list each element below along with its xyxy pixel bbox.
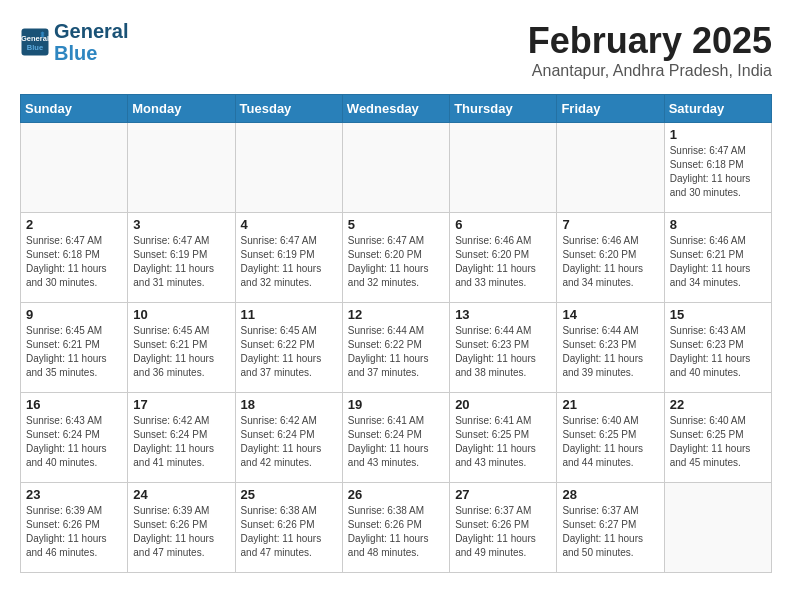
calendar-week-row: 23Sunrise: 6:39 AM Sunset: 6:26 PM Dayli… [21, 483, 772, 573]
logo-line2: Blue [54, 42, 97, 64]
calendar-cell: 26Sunrise: 6:38 AM Sunset: 6:26 PM Dayli… [342, 483, 449, 573]
day-number: 10 [133, 307, 229, 322]
day-info: Sunrise: 6:39 AM Sunset: 6:26 PM Dayligh… [26, 504, 122, 560]
calendar-cell [128, 123, 235, 213]
day-info: Sunrise: 6:39 AM Sunset: 6:26 PM Dayligh… [133, 504, 229, 560]
day-info: Sunrise: 6:41 AM Sunset: 6:25 PM Dayligh… [455, 414, 551, 470]
day-info: Sunrise: 6:44 AM Sunset: 6:22 PM Dayligh… [348, 324, 444, 380]
day-header-friday: Friday [557, 95, 664, 123]
day-number: 15 [670, 307, 766, 322]
calendar-cell: 27Sunrise: 6:37 AM Sunset: 6:26 PM Dayli… [450, 483, 557, 573]
day-number: 25 [241, 487, 337, 502]
logo: General Blue General Blue [20, 20, 128, 64]
day-number: 16 [26, 397, 122, 412]
day-number: 23 [26, 487, 122, 502]
calendar-cell: 23Sunrise: 6:39 AM Sunset: 6:26 PM Dayli… [21, 483, 128, 573]
day-info: Sunrise: 6:47 AM Sunset: 6:19 PM Dayligh… [133, 234, 229, 290]
calendar-cell [21, 123, 128, 213]
calendar-week-row: 2Sunrise: 6:47 AM Sunset: 6:18 PM Daylig… [21, 213, 772, 303]
day-info: Sunrise: 6:43 AM Sunset: 6:24 PM Dayligh… [26, 414, 122, 470]
day-info: Sunrise: 6:42 AM Sunset: 6:24 PM Dayligh… [241, 414, 337, 470]
day-info: Sunrise: 6:47 AM Sunset: 6:19 PM Dayligh… [241, 234, 337, 290]
day-number: 2 [26, 217, 122, 232]
day-header-monday: Monday [128, 95, 235, 123]
calendar-cell: 15Sunrise: 6:43 AM Sunset: 6:23 PM Dayli… [664, 303, 771, 393]
day-header-wednesday: Wednesday [342, 95, 449, 123]
day-number: 22 [670, 397, 766, 412]
day-info: Sunrise: 6:40 AM Sunset: 6:25 PM Dayligh… [562, 414, 658, 470]
calendar-cell: 20Sunrise: 6:41 AM Sunset: 6:25 PM Dayli… [450, 393, 557, 483]
day-number: 21 [562, 397, 658, 412]
page-header: General Blue General Blue February 2025 … [20, 20, 772, 86]
day-number: 28 [562, 487, 658, 502]
day-number: 26 [348, 487, 444, 502]
logo-line1: General [54, 20, 128, 42]
calendar-cell [342, 123, 449, 213]
calendar-cell: 12Sunrise: 6:44 AM Sunset: 6:22 PM Dayli… [342, 303, 449, 393]
day-info: Sunrise: 6:46 AM Sunset: 6:21 PM Dayligh… [670, 234, 766, 290]
calendar-week-row: 9Sunrise: 6:45 AM Sunset: 6:21 PM Daylig… [21, 303, 772, 393]
day-number: 20 [455, 397, 551, 412]
calendar-cell: 11Sunrise: 6:45 AM Sunset: 6:22 PM Dayli… [235, 303, 342, 393]
title-section: February 2025 Anantapur, Andhra Pradesh,… [528, 20, 772, 80]
day-info: Sunrise: 6:45 AM Sunset: 6:22 PM Dayligh… [241, 324, 337, 380]
day-info: Sunrise: 6:41 AM Sunset: 6:24 PM Dayligh… [348, 414, 444, 470]
calendar-week-row: 1Sunrise: 6:47 AM Sunset: 6:18 PM Daylig… [21, 123, 772, 213]
day-number: 11 [241, 307, 337, 322]
calendar-cell [557, 123, 664, 213]
day-info: Sunrise: 6:45 AM Sunset: 6:21 PM Dayligh… [133, 324, 229, 380]
calendar-cell: 8Sunrise: 6:46 AM Sunset: 6:21 PM Daylig… [664, 213, 771, 303]
day-number: 24 [133, 487, 229, 502]
calendar-cell: 18Sunrise: 6:42 AM Sunset: 6:24 PM Dayli… [235, 393, 342, 483]
day-number: 6 [455, 217, 551, 232]
day-number: 17 [133, 397, 229, 412]
calendar-cell: 10Sunrise: 6:45 AM Sunset: 6:21 PM Dayli… [128, 303, 235, 393]
day-header-thursday: Thursday [450, 95, 557, 123]
day-info: Sunrise: 6:43 AM Sunset: 6:23 PM Dayligh… [670, 324, 766, 380]
calendar-week-row: 16Sunrise: 6:43 AM Sunset: 6:24 PM Dayli… [21, 393, 772, 483]
day-number: 19 [348, 397, 444, 412]
calendar-table: SundayMondayTuesdayWednesdayThursdayFrid… [20, 94, 772, 573]
calendar-cell: 1Sunrise: 6:47 AM Sunset: 6:18 PM Daylig… [664, 123, 771, 213]
calendar-cell: 7Sunrise: 6:46 AM Sunset: 6:20 PM Daylig… [557, 213, 664, 303]
calendar-cell: 3Sunrise: 6:47 AM Sunset: 6:19 PM Daylig… [128, 213, 235, 303]
calendar-cell [235, 123, 342, 213]
svg-text:Blue: Blue [27, 43, 43, 52]
day-number: 18 [241, 397, 337, 412]
logo-icon: General Blue [20, 27, 50, 57]
calendar-header-row: SundayMondayTuesdayWednesdayThursdayFrid… [21, 95, 772, 123]
day-info: Sunrise: 6:40 AM Sunset: 6:25 PM Dayligh… [670, 414, 766, 470]
calendar-cell: 13Sunrise: 6:44 AM Sunset: 6:23 PM Dayli… [450, 303, 557, 393]
day-info: Sunrise: 6:44 AM Sunset: 6:23 PM Dayligh… [455, 324, 551, 380]
day-info: Sunrise: 6:46 AM Sunset: 6:20 PM Dayligh… [562, 234, 658, 290]
calendar-cell: 5Sunrise: 6:47 AM Sunset: 6:20 PM Daylig… [342, 213, 449, 303]
logo-text: General Blue [54, 20, 128, 64]
day-info: Sunrise: 6:44 AM Sunset: 6:23 PM Dayligh… [562, 324, 658, 380]
calendar-cell: 16Sunrise: 6:43 AM Sunset: 6:24 PM Dayli… [21, 393, 128, 483]
day-info: Sunrise: 6:42 AM Sunset: 6:24 PM Dayligh… [133, 414, 229, 470]
day-info: Sunrise: 6:37 AM Sunset: 6:26 PM Dayligh… [455, 504, 551, 560]
calendar-cell: 25Sunrise: 6:38 AM Sunset: 6:26 PM Dayli… [235, 483, 342, 573]
day-number: 9 [26, 307, 122, 322]
day-info: Sunrise: 6:47 AM Sunset: 6:20 PM Dayligh… [348, 234, 444, 290]
day-info: Sunrise: 6:45 AM Sunset: 6:21 PM Dayligh… [26, 324, 122, 380]
calendar-cell [664, 483, 771, 573]
day-number: 4 [241, 217, 337, 232]
calendar-cell: 9Sunrise: 6:45 AM Sunset: 6:21 PM Daylig… [21, 303, 128, 393]
day-number: 8 [670, 217, 766, 232]
day-info: Sunrise: 6:38 AM Sunset: 6:26 PM Dayligh… [241, 504, 337, 560]
calendar-cell [450, 123, 557, 213]
calendar-cell: 28Sunrise: 6:37 AM Sunset: 6:27 PM Dayli… [557, 483, 664, 573]
day-info: Sunrise: 6:38 AM Sunset: 6:26 PM Dayligh… [348, 504, 444, 560]
day-info: Sunrise: 6:37 AM Sunset: 6:27 PM Dayligh… [562, 504, 658, 560]
calendar-cell: 24Sunrise: 6:39 AM Sunset: 6:26 PM Dayli… [128, 483, 235, 573]
day-number: 1 [670, 127, 766, 142]
day-number: 5 [348, 217, 444, 232]
day-header-saturday: Saturday [664, 95, 771, 123]
calendar-cell: 19Sunrise: 6:41 AM Sunset: 6:24 PM Dayli… [342, 393, 449, 483]
day-info: Sunrise: 6:46 AM Sunset: 6:20 PM Dayligh… [455, 234, 551, 290]
day-info: Sunrise: 6:47 AM Sunset: 6:18 PM Dayligh… [670, 144, 766, 200]
calendar-cell: 14Sunrise: 6:44 AM Sunset: 6:23 PM Dayli… [557, 303, 664, 393]
calendar-cell: 2Sunrise: 6:47 AM Sunset: 6:18 PM Daylig… [21, 213, 128, 303]
day-number: 27 [455, 487, 551, 502]
